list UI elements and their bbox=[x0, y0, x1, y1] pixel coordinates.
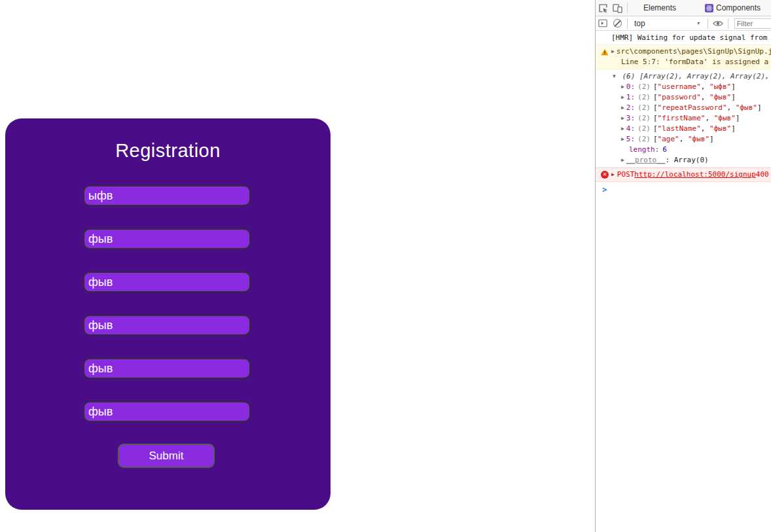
error-status: 400 bbox=[756, 169, 769, 180]
console-error: ✕ ▶ POST http://localhost:5000/signup 40… bbox=[596, 168, 771, 182]
context-selector[interactable]: top bbox=[634, 19, 645, 28]
eye-icon[interactable] bbox=[711, 17, 725, 30]
prompt-chevron-icon: > bbox=[602, 185, 607, 194]
expand-caret-icon[interactable]: ▶ bbox=[621, 94, 624, 100]
repeat-password-field[interactable] bbox=[83, 272, 251, 293]
submit-button[interactable]: Submit bbox=[118, 444, 215, 468]
expand-caret-icon[interactable]: ▶ bbox=[621, 126, 624, 132]
clear-console-icon[interactable] bbox=[610, 17, 624, 30]
last-name-field[interactable] bbox=[83, 358, 251, 379]
expand-caret-icon[interactable]: ▶ bbox=[611, 169, 615, 180]
tab-components-label: Components bbox=[716, 3, 761, 12]
expand-caret-icon[interactable]: ▶ bbox=[621, 84, 624, 90]
first-name-field[interactable] bbox=[83, 315, 251, 336]
console-prompt[interactable]: > bbox=[596, 182, 771, 197]
page-title: Registration bbox=[5, 140, 331, 162]
console-output: [HMR] Waiting for update signal from ▶ s… bbox=[596, 31, 771, 197]
array-length-row: length:6 bbox=[596, 145, 771, 155]
inspect-element-icon[interactable] bbox=[596, 1, 610, 14]
warning-icon bbox=[601, 48, 609, 56]
console-warning: ▶ src\components\pages\SignUp\SignUp.js … bbox=[596, 45, 771, 69]
age-field[interactable] bbox=[83, 401, 251, 422]
expand-caret-icon[interactable]: ▶ bbox=[621, 136, 624, 142]
chevron-down-icon[interactable]: ▼ bbox=[696, 21, 701, 26]
error-url-link[interactable]: http://localhost:5000/signup bbox=[634, 169, 755, 180]
expand-caret-icon[interactable]: ▶ bbox=[611, 46, 615, 57]
toolbar-divider bbox=[708, 18, 708, 29]
filter-input[interactable] bbox=[734, 18, 771, 29]
expand-caret-icon[interactable]: ▶ bbox=[621, 157, 624, 163]
registration-card: Registration Submit bbox=[5, 118, 331, 510]
array-entry: ▶2:(2)["repeatPassword", "фыв"] bbox=[596, 103, 771, 113]
console-toolbar: top ▼ bbox=[596, 16, 771, 31]
username-field[interactable] bbox=[83, 185, 251, 206]
array-entry: ▶1:(2)["password", "фыв"] bbox=[596, 92, 771, 103]
array-entry: ▶0:(2)["username", "ыфв"] bbox=[596, 82, 771, 92]
toolbar-divider bbox=[627, 3, 628, 13]
tab-elements-label: Elements bbox=[643, 3, 676, 12]
expand-caret-icon[interactable]: ▶ bbox=[621, 115, 624, 121]
error-icon: ✕ bbox=[601, 171, 609, 179]
expand-caret-icon[interactable]: ▶ bbox=[621, 105, 624, 111]
warning-source: src\components\pages\SignUp\SignUp.js bbox=[617, 46, 771, 57]
warning-detail: Line 5:7: 'formData' is assigned a bbox=[621, 58, 768, 66]
toolbar-divider bbox=[728, 18, 728, 29]
tab-elements[interactable]: Elements bbox=[638, 0, 681, 16]
array-entry: ▶4:(2)["lastName", "фыв"] bbox=[596, 124, 771, 134]
devtools-tab-bar: Elements Components Console bbox=[596, 0, 771, 16]
array-preview: (6) [Array(2), Array(2), Array(2), Arr bbox=[622, 72, 771, 80]
devtools-panel: Elements Components Console top ▼ [HMR] … bbox=[595, 0, 771, 532]
console-sidebar-icon[interactable] bbox=[596, 17, 610, 30]
console-message-hmr: [HMR] Waiting for update signal from bbox=[596, 31, 771, 45]
toolbar-divider bbox=[627, 18, 628, 29]
collapse-caret-icon[interactable]: ▼ bbox=[613, 73, 616, 79]
array-entry: ▶5:(2)["age", "фыв"] bbox=[596, 134, 771, 145]
device-toolbar-icon[interactable] bbox=[610, 1, 624, 14]
react-components-icon bbox=[705, 4, 713, 12]
array-entry: ▶3:(2)["firstName", "фыв"] bbox=[596, 113, 771, 124]
console-array-log: ▼ (6) [Array(2), Array(2), Array(2), Arr… bbox=[596, 69, 771, 168]
error-method: POST bbox=[617, 169, 635, 180]
array-proto-row: ▶__proto__: Array(0) bbox=[596, 155, 771, 166]
tab-components[interactable]: Components bbox=[700, 0, 766, 16]
hmr-text: [HMR] Waiting for update signal from bbox=[611, 33, 767, 42]
password-field[interactable] bbox=[83, 228, 251, 249]
